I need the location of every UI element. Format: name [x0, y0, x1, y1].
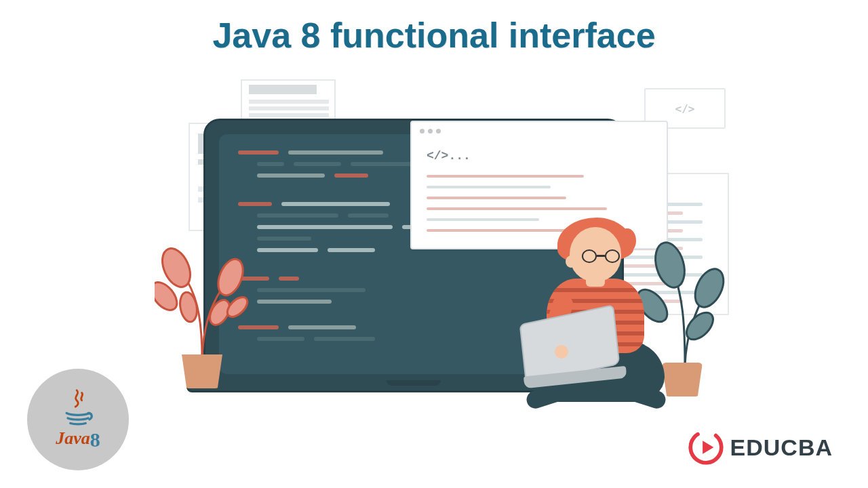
- java-8-badge: Java8: [27, 369, 129, 470]
- svg-point-2: [178, 291, 199, 323]
- educba-play-icon: [688, 430, 724, 465]
- illustration: </>...: [149, 64, 705, 424]
- person-illustration: [481, 220, 698, 437]
- plant-left-icon: [161, 232, 243, 388]
- java-version-8: 8: [90, 428, 100, 451]
- code-tag-text: </>...: [427, 149, 471, 163]
- java-cup-icon: [58, 388, 98, 428]
- educba-logo: EDUCBA: [688, 430, 833, 465]
- brand-name: EDUCBA: [730, 434, 833, 461]
- page-title: Java 8 functional interface: [0, 15, 868, 56]
- java-label: Java: [56, 428, 90, 448]
